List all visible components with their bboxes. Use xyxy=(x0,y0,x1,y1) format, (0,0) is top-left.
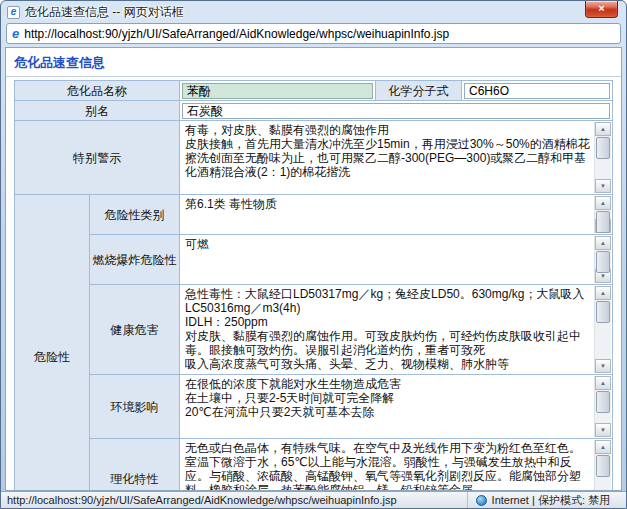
flammability-text: 可燃 xyxy=(180,235,612,253)
scroll-track xyxy=(595,210,611,219)
vertical-scrollbar[interactable]: ▲ ▼ xyxy=(594,196,611,233)
scroll-thumb[interactable] xyxy=(596,211,610,233)
scroll-down-button[interactable]: ▼ xyxy=(595,179,611,193)
chemical-name-label: 危化品名称 xyxy=(15,81,180,101)
scroll-up-button[interactable]: ▲ xyxy=(595,196,611,210)
page-title: 危化品速查信息 xyxy=(6,48,621,77)
vertical-scrollbar[interactable]: ▲ ▼ xyxy=(594,286,611,373)
hazard-section-label: 危险性 xyxy=(15,195,90,491)
scroll-thumb[interactable] xyxy=(596,301,610,323)
scroll-track xyxy=(595,300,611,359)
scroll-down-button[interactable]: ▼ xyxy=(595,423,611,437)
url-field[interactable]: e http://localhost:90/yjzh/UI/SafeArrang… xyxy=(6,23,621,44)
status-url: http://localhost:90/yjzh/UI/SafeArranged… xyxy=(7,494,459,506)
hazard-class-text: 第6.1类 毒性物质 xyxy=(180,195,612,213)
hazard-class-label: 危险性类别 xyxy=(90,195,180,235)
close-button[interactable]: × xyxy=(585,1,618,18)
flammability-cell: 可燃 ▲ ▼ xyxy=(180,235,613,285)
special-warning-label: 特别警示 xyxy=(15,121,180,195)
dialog-window: e 危化品速查信息 -- 网页对话框 × e http://localhost:… xyxy=(0,0,627,509)
physchem-properties-text: 无色或白色晶体，有特殊气味。在空气中及光线作用下变为粉红色至红色。室温下微溶于水… xyxy=(180,439,612,491)
scroll-up-button[interactable]: ▲ xyxy=(595,440,611,454)
vertical-scrollbar[interactable]: ▲ ▼ xyxy=(594,376,611,437)
page-content: 危化品速查信息 危化品名称 苯酚 化学分子式 C6H6O 别名 石炭酸 特别警示… xyxy=(5,47,622,491)
url-text: http://localhost:90/yjzh/UI/SafeArranged… xyxy=(24,27,449,41)
scroll-up-button[interactable]: ▲ xyxy=(595,286,611,300)
scroll-thumb[interactable] xyxy=(596,251,610,273)
physchem-properties-cell: 无色或白色晶体，有特殊气味。在空气中及光线作用下变为粉红色至红色。室温下微溶于水… xyxy=(180,439,613,491)
special-warning-text: 有毒，对皮肤、黏膜有强烈的腐蚀作用 皮肤接触，首先用大量清水冲洗至少15min，… xyxy=(180,121,612,181)
scroll-up-button[interactable]: ▲ xyxy=(595,376,611,390)
internet-explorer-icon: e xyxy=(12,27,19,40)
alias-input[interactable]: 石炭酸 xyxy=(182,103,610,119)
health-hazard-label: 健康危害 xyxy=(90,285,180,375)
scroll-track xyxy=(595,454,611,491)
formula-cell: C6H6O xyxy=(462,81,613,101)
chemical-info-table: 危化品名称 苯酚 化学分子式 C6H6O 别名 石炭酸 特别警示 有毒，对皮肤、… xyxy=(14,80,613,491)
chemical-name-input[interactable]: 苯酚 xyxy=(182,83,373,99)
scroll-track xyxy=(595,390,611,423)
chemical-name-cell: 苯酚 xyxy=(180,81,376,101)
hazard-class-cell: 第6.1类 毒性物质 ▲ ▼ xyxy=(180,195,613,235)
scroll-thumb[interactable] xyxy=(596,455,610,477)
scroll-track xyxy=(595,250,611,269)
special-warning-cell: 有毒，对皮肤、黏膜有强烈的腐蚀作用 皮肤接触，首先用大量清水冲洗至少15min，… xyxy=(180,121,613,195)
security-zone-text: Internet | 保护模式: 禁用 xyxy=(492,493,610,508)
vertical-scrollbar[interactable]: ▲ ▼ xyxy=(594,440,611,491)
scroll-thumb[interactable] xyxy=(596,391,610,413)
vertical-scrollbar[interactable]: ▲ ▼ xyxy=(594,122,611,193)
dialog-page-icon: e xyxy=(7,6,20,19)
scroll-track xyxy=(595,136,611,179)
formula-input[interactable]: C6H6O xyxy=(464,83,610,99)
environment-impact-text: 在很低的浓度下就能对水生生物造成危害 在土壤中，只要2-5天时间就可完全降解 2… xyxy=(180,375,612,421)
status-bar: http://localhost:90/yjzh/UI/SafeArranged… xyxy=(1,491,626,508)
window-title: 危化品速查信息 -- 网页对话框 xyxy=(25,4,184,21)
physchem-properties-label: 理化特性 xyxy=(90,439,180,491)
internet-zone-icon xyxy=(476,495,487,506)
scroll-down-button[interactable]: ▼ xyxy=(595,359,611,373)
alias-label: 别名 xyxy=(15,101,180,121)
security-zone: Internet | 保护模式: 禁用 xyxy=(467,492,620,508)
environment-impact-cell: 在很低的浓度下就能对水生生物造成危害 在土壤中，只要2-5天时间就可完全降解 2… xyxy=(180,375,613,439)
environment-impact-label: 环境影响 xyxy=(90,375,180,439)
flammability-label: 燃烧爆炸危险性 xyxy=(90,235,180,285)
titlebar: e 危化品速查信息 -- 网页对话框 × xyxy=(1,1,626,21)
health-hazard-text: 急性毒性：大鼠经口LD50317mg／kg；兔经皮LD50。630mg/kg；大… xyxy=(180,285,612,373)
formula-label: 化学分子式 xyxy=(376,81,462,101)
vertical-scrollbar[interactable]: ▲ ▼ xyxy=(594,236,611,283)
scroll-up-button[interactable]: ▲ xyxy=(595,122,611,136)
address-bar: e http://localhost:90/yjzh/UI/SafeArrang… xyxy=(1,21,626,47)
health-hazard-cell: 急性毒性：大鼠经口LD50317mg／kg；兔经皮LD50。630mg/kg；大… xyxy=(180,285,613,375)
scroll-up-button[interactable]: ▲ xyxy=(595,236,611,250)
scroll-thumb[interactable] xyxy=(596,137,610,159)
alias-cell: 石炭酸 xyxy=(180,101,613,121)
